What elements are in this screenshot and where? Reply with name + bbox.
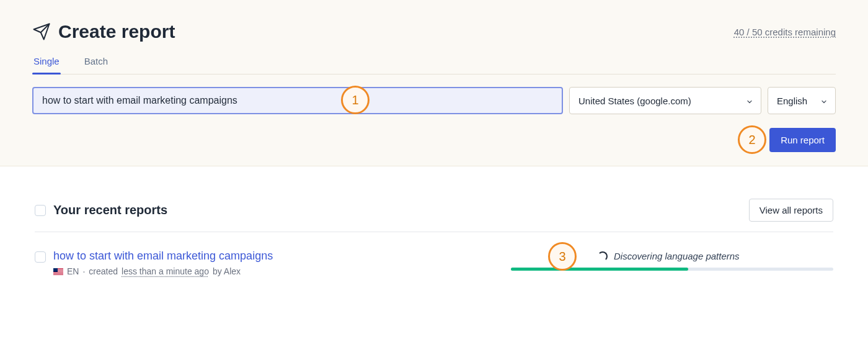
svg-rect-5 — [53, 274, 63, 274]
run-row: Run report 2 — [32, 128, 836, 152]
select-all-checkbox[interactable] — [35, 205, 46, 216]
recent-header-left: Your recent reports — [35, 203, 167, 217]
run-report-button[interactable]: Run report — [769, 128, 836, 152]
report-info: how to start with email marketing campai… — [53, 250, 273, 276]
report-time-ago[interactable]: less than a minute ago — [122, 266, 209, 276]
status-line: Discovering language patterns — [511, 251, 833, 261]
meta-sep: · — [82, 266, 85, 276]
us-flag-icon — [53, 268, 63, 275]
report-row-right: Discovering language patterns 3 — [511, 251, 833, 271]
tabs: Single Batch — [32, 56, 836, 74]
view-all-button[interactable]: View all reports — [749, 199, 833, 222]
svg-rect-4 — [53, 273, 63, 273]
region-selected-label: United States (google.com) — [578, 96, 691, 106]
credits-remaining[interactable]: 40 / 50 credits remaining — [734, 27, 836, 37]
create-report-panel: Create report 40 / 50 credits remaining … — [0, 0, 868, 166]
svg-rect-6 — [53, 268, 58, 272]
paper-plane-icon — [32, 22, 51, 41]
recent-header: Your recent reports View all reports — [35, 199, 833, 232]
tab-single[interactable]: Single — [32, 56, 61, 74]
report-row-left: how to start with email marketing campai… — [35, 250, 273, 276]
language-select[interactable]: English — [768, 87, 836, 114]
region-select[interactable]: United States (google.com) — [569, 87, 761, 114]
title-left: Create report — [32, 21, 175, 42]
tab-batch[interactable]: Batch — [83, 56, 109, 74]
chevron-down-icon — [820, 97, 828, 104]
report-lang-code: EN — [67, 266, 79, 276]
recent-reports-panel: Your recent reports View all reports how… — [0, 166, 868, 301]
progress-bar — [511, 268, 833, 271]
chevron-down-icon — [746, 97, 753, 104]
progress-fill — [511, 268, 688, 271]
meta-suffix: by Alex — [213, 266, 241, 276]
callout-badge-2: 2 — [738, 125, 766, 154]
spinner-icon — [598, 251, 608, 261]
title-row: Create report 40 / 50 credits remaining — [32, 21, 836, 42]
status-text: Discovering language patterns — [614, 251, 740, 261]
input-row: United States (google.com) English 1 — [32, 87, 836, 114]
language-selected-label: English — [777, 96, 807, 106]
meta-prefix: created — [89, 266, 118, 276]
recent-title: Your recent reports — [53, 203, 167, 217]
report-title-link[interactable]: how to start with email marketing campai… — [53, 250, 273, 263]
report-row: how to start with email marketing campai… — [35, 232, 833, 276]
report-checkbox[interactable] — [35, 251, 46, 263]
page-title: Create report — [58, 21, 175, 42]
topic-input[interactable] — [32, 87, 563, 114]
report-meta: EN · created less than a minute ago by A… — [53, 266, 273, 276]
